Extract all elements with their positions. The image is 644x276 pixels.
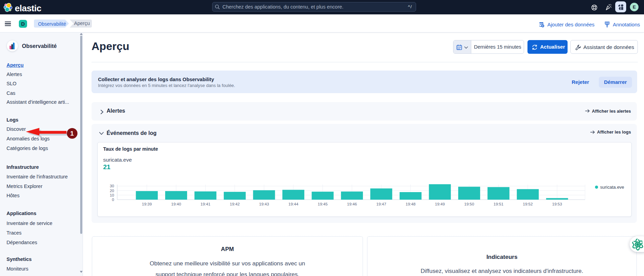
svg-text:19:52: 19:52 [523,202,533,206]
svg-text:19:50: 19:50 [464,202,474,206]
svg-text:suricata.eve: suricata.eve [600,185,624,190]
svg-text:0: 0 [112,198,114,202]
svg-text:30: 30 [110,184,114,188]
svg-text:19:42: 19:42 [230,202,240,206]
svg-text:19:39: 19:39 [142,202,152,206]
svg-text:19:43: 19:43 [259,202,269,206]
svg-text:19:48: 19:48 [406,202,416,206]
svg-text:19:46: 19:46 [347,202,357,206]
svg-text:19:49: 19:49 [435,202,445,206]
svg-text:19:51: 19:51 [494,202,503,206]
svg-text:20: 20 [110,189,114,193]
svg-text:19:47: 19:47 [376,202,386,206]
svg-text:19:45: 19:45 [318,202,328,206]
svg-text:19:53: 19:53 [552,202,562,206]
svg-text:19:41: 19:41 [201,202,210,206]
svg-text:10: 10 [110,193,114,197]
svg-text:19:44: 19:44 [289,202,299,206]
svg-text:19:40: 19:40 [171,202,181,206]
